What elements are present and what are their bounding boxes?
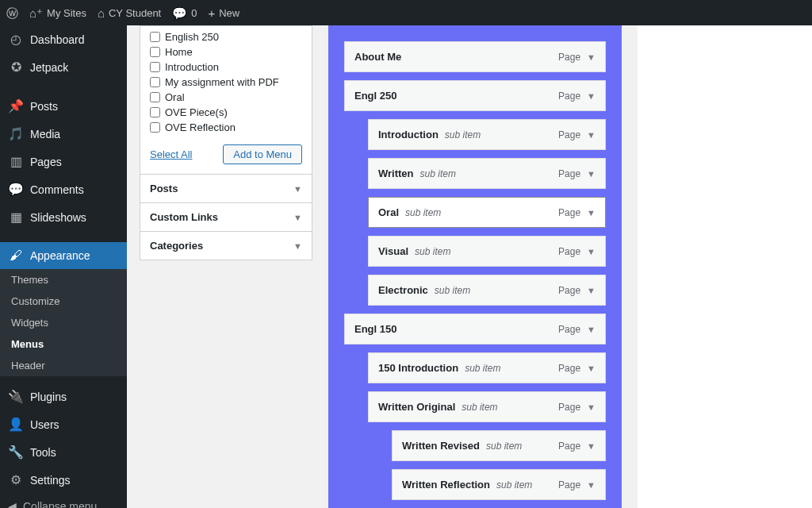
menu-item-title: Written Reflection <box>402 479 490 491</box>
sub-item-label: sub item <box>496 479 532 491</box>
menu-item-handle[interactable]: Engl 150Page▼ <box>344 314 606 344</box>
menu-item-type: Page <box>558 168 580 179</box>
submenu-header[interactable]: Header <box>0 355 127 376</box>
sidebar-item-plugins[interactable]: 🔌Plugins <box>0 383 127 410</box>
menu-item-title: Electronic <box>378 284 428 296</box>
add-to-menu-button[interactable]: Add to Menu <box>223 144 302 164</box>
page-checkbox-item[interactable]: Home <box>150 44 302 60</box>
collapse-menu[interactable]: ◀Collapse menu <box>0 494 127 508</box>
submenu-themes[interactable]: Themes <box>0 269 127 291</box>
page-checkbox-item[interactable]: English 250 <box>150 29 302 44</box>
menu-item-handle[interactable]: Written Revisedsub itemPage▼ <box>392 430 606 461</box>
admin-toolbar: ⓦ ⌂⁺My Sites ⌂CY Student 💬0 +New <box>0 0 812 25</box>
chevron-down-icon[interactable]: ▼ <box>587 208 596 217</box>
menu-item-handle[interactable]: Electronicsub itemPage▼ <box>368 275 606 306</box>
site-name-link[interactable]: ⌂CY Student <box>98 7 161 19</box>
metabox-column: English 250HomeIntroductionMy assignment… <box>140 25 312 508</box>
sidebar-item-media[interactable]: 🎵Media <box>0 120 127 148</box>
page-checkbox[interactable] <box>150 62 160 72</box>
menu-item-handle[interactable]: 150 Introductionsub itemPage▼ <box>368 352 606 383</box>
custom-links-metabox[interactable]: Custom Links▼ <box>140 202 312 232</box>
chevron-down-icon[interactable]: ▼ <box>587 247 596 256</box>
page-checkbox-item[interactable]: Introduction <box>150 60 302 75</box>
comment-icon: 💬 <box>172 7 187 19</box>
chevron-down-icon[interactable]: ▼ <box>587 325 596 334</box>
chevron-down-icon[interactable]: ▼ <box>587 402 596 412</box>
menu-item-title: Written <box>378 167 414 179</box>
page-checkbox[interactable] <box>150 92 160 102</box>
menu-structure-area: About MePage▼Engl 250Page▼Introductionsu… <box>328 25 622 508</box>
sidebar-item-jetpack[interactable]: ✪Jetpack <box>0 53 127 81</box>
sidebar-item-settings[interactable]: ⚙Settings <box>0 466 127 494</box>
posts-metabox[interactable]: Posts▼ <box>140 174 312 203</box>
sub-item-label: sub item <box>486 441 522 452</box>
page-checkbox-item[interactable]: OVE Reflection <box>150 120 302 135</box>
submenu-widgets[interactable]: Widgets <box>0 312 127 333</box>
chevron-down-icon[interactable]: ▼ <box>587 130 596 140</box>
appearance-submenu: Themes Customize Widgets Menus Header <box>0 269 127 376</box>
menu-item-title: Oral <box>378 206 399 218</box>
chevron-down-icon[interactable]: ▼ <box>587 441 596 451</box>
menu-item-title: 150 Introduction <box>378 362 458 374</box>
menu-item-handle[interactable]: Visualsub itemPage▼ <box>368 236 606 267</box>
sidebar-item-posts[interactable]: 📌Posts <box>0 92 127 120</box>
chevron-down-icon[interactable]: ▼ <box>587 480 596 490</box>
chevron-down-icon[interactable]: ▼ <box>587 364 596 373</box>
menu-item-handle[interactable]: Writtensub itemPage▼ <box>368 158 606 189</box>
page-checkbox-item[interactable]: Oral <box>150 90 302 105</box>
submenu-customize[interactable]: Customize <box>0 291 127 312</box>
sites-icon: ⌂⁺ <box>29 7 43 19</box>
chevron-down-icon[interactable]: ▼ <box>587 52 596 62</box>
menu-item-type: Page <box>558 129 580 140</box>
wp-logo[interactable]: ⓦ <box>6 7 18 19</box>
my-sites-link[interactable]: ⌂⁺My Sites <box>29 7 86 19</box>
menu-item-title: Visual <box>378 245 408 257</box>
sub-item-label: sub item <box>420 168 456 179</box>
menu-item-handle[interactable]: Written Reflectionsub itemPage▼ <box>392 469 606 500</box>
sidebar-item-slideshows[interactable]: ▦Slideshows <box>0 203 127 231</box>
sub-item-label: sub item <box>462 402 497 413</box>
page-checkbox-item[interactable]: My assignment with PDF <box>150 75 302 90</box>
select-all-link[interactable]: Select All <box>150 148 192 160</box>
collapse-icon: ◀ <box>8 500 17 508</box>
page-checkbox[interactable] <box>150 47 160 57</box>
brush-icon: 🖌 <box>8 248 24 263</box>
page-checkbox-item[interactable]: OVE Piece(s) <box>150 105 302 120</box>
new-link[interactable]: +New <box>208 7 239 19</box>
menu-item-type: Page <box>558 90 580 102</box>
menu-item-type: Page <box>558 285 580 296</box>
menu-item-title: About Me <box>354 51 401 63</box>
menu-item-handle[interactable]: Written Originalsub itemPage▼ <box>368 391 606 422</box>
menu-item-type: Page <box>558 324 580 335</box>
page-checkbox[interactable] <box>150 107 160 117</box>
sidebar-item-pages[interactable]: ▥Pages <box>0 148 127 175</box>
sidebar-item-tools[interactable]: 🔧Tools <box>0 438 127 466</box>
page-checkbox[interactable] <box>150 77 160 87</box>
sidebar-item-dashboard[interactable]: ◴Dashboard <box>0 25 127 53</box>
comments-link[interactable]: 💬0 <box>172 7 197 19</box>
menu-item-type: Page <box>558 52 580 63</box>
menu-item-title: Written Revised <box>402 440 480 452</box>
chevron-down-icon: ▼ <box>293 241 302 251</box>
sidebar-item-comments[interactable]: 💬Comments <box>0 175 127 203</box>
media-icon: 🎵 <box>8 126 24 141</box>
menu-item-handle[interactable]: Introductionsub itemPage▼ <box>368 119 606 150</box>
chevron-down-icon[interactable]: ▼ <box>587 91 596 101</box>
slideshow-icon: ▦ <box>8 210 24 225</box>
right-panel <box>638 25 812 508</box>
menu-item-title: Engl 150 <box>354 323 396 335</box>
chevron-down-icon[interactable]: ▼ <box>587 286 596 295</box>
menu-item-handle[interactable]: Oralsub itemPage▼ <box>368 197 606 228</box>
submenu-menus[interactable]: Menus <box>0 333 127 355</box>
sidebar-item-users[interactable]: 👤Users <box>0 410 127 438</box>
page-checkbox[interactable] <box>150 122 160 133</box>
menu-item-handle[interactable]: About MePage▼ <box>344 41 606 72</box>
page-checkbox[interactable] <box>150 32 160 42</box>
categories-metabox[interactable]: Categories▼ <box>140 231 312 260</box>
menu-item-handle[interactable]: Engl 250Page▼ <box>344 80 606 111</box>
sub-item-label: sub item <box>445 129 481 140</box>
pin-icon: 📌 <box>8 98 24 114</box>
sidebar-item-appearance[interactable]: 🖌Appearance <box>0 242 127 269</box>
dashboard-icon: ◴ <box>8 32 24 47</box>
chevron-down-icon[interactable]: ▼ <box>587 169 596 179</box>
